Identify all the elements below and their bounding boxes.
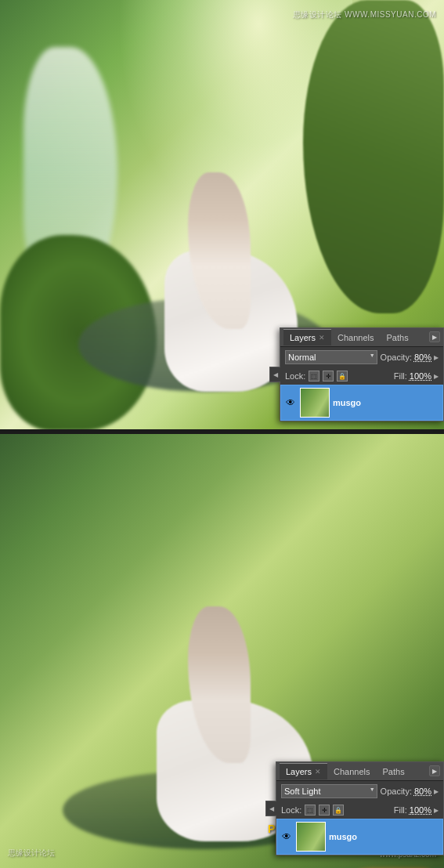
opacity-label-bottom: Opacity: xyxy=(381,787,412,796)
layers-tab-close-top[interactable]: ✕ xyxy=(319,334,325,342)
tab-paths-bottom[interactable]: Paths xyxy=(377,764,411,779)
tab-channels-top[interactable]: Channels xyxy=(331,330,380,345)
moss-right xyxy=(303,0,444,313)
layers-tab-close-bottom[interactable]: ✕ xyxy=(315,768,321,776)
lock-pixel-icon-top[interactable]: ⬚ xyxy=(309,371,319,382)
blend-mode-wrapper-top[interactable]: Normal Multiply Screen Overlay Soft Ligh… xyxy=(285,350,377,364)
fill-arrow-top[interactable]: ▶ xyxy=(434,373,439,380)
tab-paths-top[interactable]: Paths xyxy=(381,330,415,345)
fill-section-bottom: Fill: 100% ▶ xyxy=(394,805,439,815)
layer-eye-icon-top[interactable]: 👁 xyxy=(284,396,297,409)
layers-tab-label-top: Layers xyxy=(290,333,316,342)
layer-thumbnail-top xyxy=(300,388,330,418)
channels-tab-label-bottom: Channels xyxy=(334,767,370,776)
panel-tabs-top: Layers ✕ Channels Paths ▶ xyxy=(280,328,443,347)
layer-name-bottom: musgo xyxy=(329,832,439,841)
panel-collapse-btn-bottom[interactable]: ▶ xyxy=(429,765,440,776)
panel-collapse-btn-top[interactable]: ▶ xyxy=(429,331,440,342)
lock-move-icon-bottom[interactable]: ✛ xyxy=(319,805,330,816)
paths-tab-label-top: Paths xyxy=(387,333,409,342)
panel-tabs-bottom: Layers ✕ Channels Paths ▶ xyxy=(276,762,443,781)
lock-label-top: Lock: xyxy=(285,371,305,381)
fill-label-top: Fill: xyxy=(394,371,407,381)
lock-label-bottom: Lock: xyxy=(281,805,301,815)
layer-name-top: musgo xyxy=(333,398,439,407)
ps-panel-bottom: ◀ Layers ✕ Channels Paths ▶ Normal Multi… xyxy=(276,761,444,855)
lock-fill-row-top: Lock: ⬚ ✛ 🔒 Fill: 100% ▶ xyxy=(280,367,443,385)
watermark-bottom-left: 思缘设计论坛 xyxy=(8,848,55,859)
panel-expand-arrow-bottom[interactable]: ◀ xyxy=(265,801,276,816)
figure-top xyxy=(141,172,298,392)
layer-eye-icon-bottom[interactable]: 👁 xyxy=(280,830,293,843)
fill-label-bottom: Fill: xyxy=(394,805,407,815)
lock-all-icon-top[interactable]: 🔒 xyxy=(337,371,348,382)
fill-section-top: Fill: 100% ▶ xyxy=(394,371,439,381)
opacity-value-top[interactable]: 80% xyxy=(414,353,431,362)
layer-thumbnail-image-bottom xyxy=(297,823,325,851)
main-container: 思缘设计论坛 WWW.MISSYUAN.COM 思缘设计论坛 www.psahz… xyxy=(0,0,444,868)
layer-thumbnail-image-top xyxy=(301,389,329,417)
watermark-top: 思缘设计论坛 WWW.MISSYUAN.COM xyxy=(293,9,436,20)
tab-layers-top[interactable]: Layers ✕ xyxy=(283,329,331,345)
opacity-section-top: Opacity: 80% ▶ xyxy=(381,353,439,362)
layers-tab-label-bottom: Layers xyxy=(286,767,312,776)
blend-opacity-row-top: Normal Multiply Screen Overlay Soft Ligh… xyxy=(280,347,443,367)
lock-move-icon-top[interactable]: ✛ xyxy=(323,371,334,382)
blend-mode-wrapper-bottom[interactable]: Normal Multiply Screen Overlay Soft Ligh… xyxy=(281,784,377,798)
opacity-arrow-top[interactable]: ▶ xyxy=(434,354,439,361)
lock-all-icon-bottom[interactable]: 🔒 xyxy=(333,805,344,816)
tab-channels-bottom[interactable]: Channels xyxy=(327,764,376,779)
channels-tab-label-top: Channels xyxy=(338,333,374,342)
panel-expand-arrow-top[interactable]: ◀ xyxy=(269,367,280,382)
ps-panel-top: ◀ Layers ✕ Channels Paths ▶ Normal Multi… xyxy=(280,327,444,421)
tab-layers-bottom[interactable]: Layers ✕ xyxy=(280,763,327,779)
fill-value-bottom[interactable]: 100% xyxy=(410,805,431,815)
opacity-section-bottom: Opacity: 80% ▶ xyxy=(381,787,439,796)
layer-row-top[interactable]: 👁 musgo xyxy=(280,385,443,421)
layer-thumbnail-bottom xyxy=(296,822,326,852)
lock-pixel-icon-bottom[interactable]: ⬚ xyxy=(305,805,316,816)
paths-tab-label-bottom: Paths xyxy=(383,767,405,776)
layer-row-bottom[interactable]: 👁 musgo xyxy=(276,819,443,855)
opacity-value-bottom[interactable]: 80% xyxy=(414,787,431,796)
fill-arrow-bottom[interactable]: ▶ xyxy=(434,807,439,814)
opacity-label-top: Opacity: xyxy=(381,353,412,362)
blend-mode-select-top[interactable]: Normal Multiply Screen Overlay Soft Ligh… xyxy=(285,350,377,364)
lock-fill-row-bottom: Lock: ⬚ ✛ 🔒 Fill: 100% ▶ xyxy=(276,801,443,819)
blend-opacity-row-bottom: Normal Multiply Screen Overlay Soft Ligh… xyxy=(276,781,443,801)
fill-value-top[interactable]: 100% xyxy=(410,371,431,381)
blend-mode-select-bottom[interactable]: Normal Multiply Screen Overlay Soft Ligh… xyxy=(281,784,377,798)
opacity-arrow-bottom[interactable]: ▶ xyxy=(434,788,439,795)
